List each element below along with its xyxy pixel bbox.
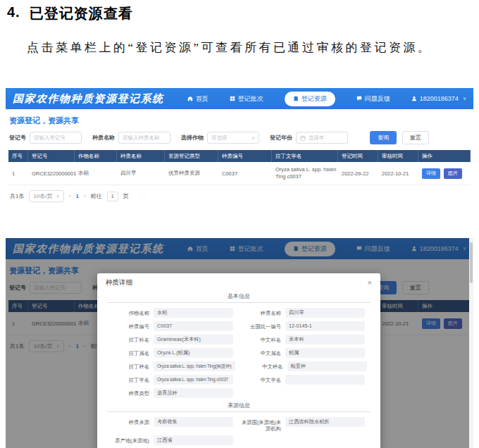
germ-name-input[interactable] (118, 132, 170, 144)
field-latin-family: 拉丁科名 Gramineae(禾本科) (107, 335, 239, 344)
field-cn-family: 中文科名 禾本科 (239, 335, 371, 344)
col-reg-no: 登记号 (28, 150, 75, 162)
col-latin-name: 拉丁文学名 (272, 150, 338, 162)
year-picker[interactable]: 选择年 (296, 132, 348, 144)
field-origin: 原产地(来源地) 江西省 (107, 435, 239, 445)
table-header-row: 序号 登记号 作物名称 种质名称 资源登记类型 种质编号 拉丁文学名 登记时间 … (8, 150, 471, 162)
nav-item-batches-label: 登记批次 (238, 94, 263, 104)
next-page-icon[interactable]: › (84, 193, 86, 199)
crop-select[interactable]: 请选择 ∨ (207, 132, 259, 144)
main-nav: 首页 登记批次 登记资源 问题反馈 18200186374 ∨ (187, 92, 466, 106)
filter-crop-label: 选择作物 (181, 134, 204, 142)
col-reg-time: 登记时间 (338, 150, 378, 162)
col-actions: 操作 (418, 150, 471, 162)
field-empty (239, 388, 371, 398)
filter-crop: 选择作物 请选择 ∨ (181, 132, 259, 144)
page-size-select[interactable]: 10条/页 ∨ (29, 190, 63, 202)
field-cn-genus: 中文属名 稻属 (239, 348, 371, 358)
nav-item-feedback[interactable]: 问题反馈 (356, 94, 390, 104)
filter-germ-name: 种质名称 (92, 132, 170, 144)
field-germ-name: 种质名称 四川早 (239, 308, 371, 318)
cell-germ-no: C0037 (218, 162, 272, 185)
results-table: 序号 登记号 作物名称 种质名称 资源登记类型 种质编号 拉丁文学名 登记时间 … (8, 150, 471, 185)
filter-year-label: 登记年份 (270, 134, 292, 142)
cell-germ-name: 四川早 (117, 162, 165, 185)
nav-item-resources-label: 登记资源 (301, 94, 327, 104)
screenshot-resource-list: 国家农作物种质资源登记系统 首页 登记批次 登记资源 问题反馈 18200186… (6, 88, 473, 204)
cell-index: 1 (8, 162, 28, 185)
field-crop-name: 作物名称 水稻 (107, 308, 239, 318)
page-size-value: 10条/页 (33, 192, 52, 200)
section-basic-info: 基本信息 (107, 292, 371, 303)
home-icon (187, 96, 193, 101)
field-latin-sci-name: 拉丁学名 Oryza sativa L. spp. hsien Ting c00… (107, 375, 239, 385)
field-latin-genus: 拉丁属名 Oryza L.(稻属) (107, 348, 239, 358)
doc-heading: 4. 已登记资源查看 (7, 4, 133, 23)
filter-germ-name-label: 种质名称 (92, 134, 115, 142)
page-title: 资源登记，资源共享 (6, 109, 473, 131)
cell-latin-name: Oryza sativa L. spp. hsien Ting c0037 (272, 162, 338, 185)
cell-reg-time: 2022-09-22 (338, 162, 378, 185)
search-button[interactable]: 查询 (370, 131, 397, 144)
goto-label: 前往 (91, 192, 102, 200)
app-header: 国家农作物种质资源登记系统 首页 登记批次 登记资源 问题反馈 18200186… (6, 88, 473, 109)
dialog-body: 基本信息 作物名称 水稻 种质名称 四川早 种质编号 C0037 全国统一编号 (97, 292, 380, 448)
field-cn-sci-name: 中文学名 (239, 375, 371, 385)
col-reg-type: 资源登记类型 (165, 150, 218, 162)
filter-year: 登记年份 选择年 (270, 132, 348, 144)
calendar-icon (300, 135, 306, 141)
doc-paragraph: 点击菜单栏上的“登记资源”可查看所有已通过审核的登记资源。 (27, 39, 476, 56)
germplasm-detail-dialog: 种质详细 × 基本信息 作物名称 水稻 种质名称 四川早 种质编号 C0037 (97, 273, 380, 448)
cell-reg-no: GRCE3220000001 (28, 162, 75, 185)
reg-no-input[interactable] (30, 132, 82, 144)
year-picker-placeholder: 选择年 (309, 135, 344, 142)
field-national-no: 全国统一编号 12-0145-1 (239, 321, 371, 331)
nav-item-home[interactable]: 首页 (187, 94, 209, 104)
dialog-header: 种质详细 × (97, 273, 380, 290)
nav-item-feedback-label: 问题反馈 (365, 94, 390, 104)
page-number[interactable]: 1 (75, 193, 78, 199)
field-germ-no: 种质编号 C0037 (107, 321, 239, 331)
cell-actions: 详情 图片 (418, 162, 471, 185)
filter-reg-no: 登记号 (9, 132, 82, 144)
grid-icon (230, 96, 235, 101)
nav-item-batches[interactable]: 登记批次 (230, 94, 263, 104)
col-germ-name: 种质名称 (117, 150, 165, 162)
scrollbar-thumb[interactable] (470, 242, 473, 283)
chevron-down-icon: ∨ (463, 96, 466, 101)
nav-item-resources[interactable]: 登记资源 (285, 92, 335, 106)
cell-crop-name: 水稻 (75, 162, 117, 185)
prev-page-icon[interactable]: ‹ (69, 193, 71, 199)
field-source-org: 来源国(来源地)来源机构 江西农科院水稻所 (239, 417, 371, 432)
app-brand: 国家农作物种质资源登记系统 (13, 92, 164, 106)
chevron-down-icon: ∨ (251, 135, 255, 141)
pagination: 共1条 10条/页 ∨ ‹ 1 › 前往 页 (6, 185, 473, 204)
field-latin-species: 拉丁种名 Oryza sativa L. spp. hsien Ting(籼亚种… (107, 361, 241, 371)
field-germ-type: 种质类型 选育品种 (107, 388, 239, 398)
scrollbar[interactable] (469, 238, 473, 448)
section-source-info: 来源信息 (107, 402, 371, 412)
table-row: 1 GRCE3220000001 水稻 四川早 优异种质资源 C0037 Ory… (8, 162, 471, 185)
field-germ-source: 种质来源 考察收集 (107, 417, 239, 432)
doc-heading-number: 4. (7, 4, 20, 23)
col-crop-name: 作物名称 (75, 150, 117, 162)
document-icon (293, 96, 299, 101)
image-button[interactable]: 图片 (444, 168, 462, 179)
field-empty (239, 435, 371, 445)
filter-reg-no-label: 登记号 (9, 134, 26, 142)
filter-bar: 登记号 种质名称 选择作物 请选择 ∨ 登记年份 选择年 查询 重置 (6, 131, 473, 144)
goto-page-input[interactable] (107, 192, 118, 201)
user-menu[interactable]: 18200186374 ∨ (411, 95, 466, 102)
cell-audit-time: 2022-10-21 (378, 162, 418, 185)
reset-button[interactable]: 重置 (402, 131, 429, 144)
detail-button[interactable]: 详情 (422, 168, 440, 179)
user-phone: 18200186374 (420, 95, 459, 102)
cell-reg-type: 优异种质资源 (165, 162, 218, 185)
nav-item-home-label: 首页 (196, 94, 209, 104)
field-cn-species: 中文种名 籼亚种 (241, 361, 373, 371)
close-icon[interactable]: × (368, 279, 372, 287)
col-index: 序号 (8, 150, 28, 162)
pagination-total: 共1条 (10, 192, 24, 200)
chevron-down-icon: ∨ (56, 194, 60, 199)
chat-icon (356, 96, 362, 101)
